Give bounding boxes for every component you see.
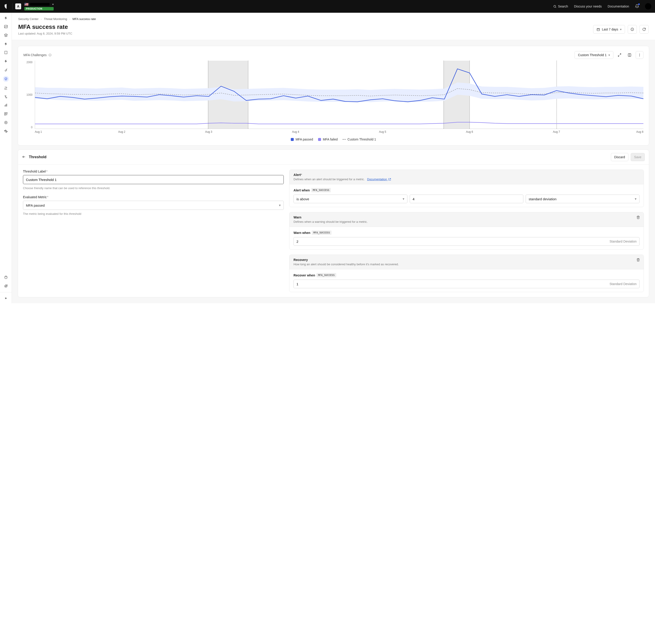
svg-rect-2 — [4, 25, 7, 28]
alert-doc-link[interactable]: Documentation — [367, 178, 391, 181]
svg-marker-3 — [4, 33, 7, 35]
svg-line-30 — [618, 55, 619, 56]
refresh-button[interactable] — [639, 25, 649, 33]
more-button[interactable] — [636, 51, 643, 59]
info-button[interactable] — [628, 25, 637, 33]
svg-rect-11 — [6, 113, 7, 114]
legend-failed[interactable]: MFA failed — [318, 138, 338, 141]
svg-point-33 — [639, 54, 640, 54]
y-tick: 0 — [23, 126, 32, 129]
sidebar-expand-button[interactable]: » — [3, 296, 8, 300]
svg-line-1 — [556, 7, 556, 8]
svg-rect-19 — [597, 28, 600, 31]
app-tile[interactable]: A — [15, 3, 21, 9]
alert-value-input[interactable] — [410, 194, 524, 203]
nav-lightning-icon[interactable] — [3, 16, 8, 20]
svg-point-34 — [639, 55, 640, 55]
chart-plot[interactable] — [35, 61, 643, 129]
x-tick: Aug 8 — [600, 130, 643, 134]
nav-route-icon[interactable] — [3, 86, 8, 90]
evaluated-metric-helper: The metric being evaluated for this thre… — [23, 212, 284, 215]
x-tick: Aug 7 — [513, 130, 600, 134]
alert-metric-tag: MFA_SUCCESS — [311, 188, 331, 192]
expand-button[interactable] — [616, 51, 624, 59]
nav-bar-icon[interactable] — [3, 103, 8, 108]
evaluated-metric-select[interactable]: MFA passed ▾ — [23, 201, 284, 210]
nav-help-icon[interactable] — [3, 275, 8, 280]
sidebar: » — [0, 13, 12, 303]
recovery-block-title: Recovery — [294, 258, 639, 262]
breadcrumb-threat-monitoring[interactable]: Threat Monitoring — [44, 17, 67, 21]
threshold-label-input[interactable] — [23, 175, 284, 184]
chevron-right-icon: › — [69, 18, 70, 20]
alert-when-label: Alert when — [294, 188, 310, 192]
save-button: Save — [631, 153, 645, 161]
discard-button[interactable]: Discard — [611, 153, 628, 161]
breadcrumb-current: MFA success rate — [72, 17, 96, 21]
breadcrumb-security-center[interactable]: Security Center — [18, 17, 39, 21]
alert-unit-select[interactable]: standard deviation ▾ — [526, 194, 639, 203]
search-button[interactable]: Search — [553, 4, 568, 8]
topbar: A 🇺🇸 ▾ PRODUCTION Search Discuss your ne… — [0, 0, 655, 13]
nav-gear-icon[interactable] — [3, 129, 8, 134]
nav-shield-icon[interactable] — [3, 76, 9, 82]
avatar[interactable] — [645, 3, 651, 9]
recover-metric-tag: MFA_SUCCESS — [316, 273, 336, 277]
notification-dot — [638, 3, 640, 5]
recovery-block: Recovery How long an alert should be con… — [289, 255, 644, 292]
info-icon[interactable] — [48, 53, 52, 56]
warn-metric-tag: MFA_SUCCESS — [312, 230, 332, 235]
chevron-down-icon: ▾ — [52, 3, 54, 6]
nav-flow-icon[interactable] — [3, 94, 8, 99]
env-badge: PRODUCTION — [24, 7, 54, 10]
threshold-label-field-label: Threshold Label* — [23, 169, 284, 173]
warn-block-title: Warn — [294, 215, 639, 219]
warn-suffix: Standard Deviation — [610, 239, 637, 243]
page-subtitle: Last updated: Aug 8, 2024, 9:59 PM UTC — [18, 32, 72, 35]
nav-settings-icon[interactable] — [3, 120, 8, 125]
recovery-block-desc: How long an alert should be considered h… — [294, 262, 639, 266]
chevron-down-icon: ▾ — [620, 27, 622, 31]
svg-line-29 — [620, 54, 621, 55]
nav-brush-icon[interactable] — [3, 67, 8, 72]
nav-stack-icon[interactable] — [3, 33, 8, 38]
recover-when-label: Recover when — [294, 274, 315, 277]
nav-extensions-icon[interactable] — [3, 111, 8, 116]
back-button[interactable] — [22, 155, 26, 159]
time-range-button[interactable]: Last 7 days ▾ — [593, 25, 625, 33]
x-tick: Aug 4 — [252, 130, 339, 134]
nav-feedback-icon[interactable] — [3, 283, 8, 289]
chevron-down-icon: ▾ — [635, 197, 637, 201]
flag-icon: 🇺🇸 — [24, 2, 29, 6]
alert-comparator-select[interactable]: is above ▾ — [294, 194, 407, 203]
documentation-link[interactable]: Documentation — [608, 4, 629, 8]
warn-block-desc: Defines when a warning should be trigger… — [294, 220, 639, 224]
legend-threshold[interactable]: Custom Threshold 1 — [343, 138, 376, 141]
threshold-select[interactable]: Custom Threshold 1 ▾ — [574, 51, 613, 59]
nav-lightning2-icon[interactable] — [3, 41, 8, 46]
svg-point-0 — [554, 5, 556, 7]
columns-button[interactable] — [626, 51, 633, 59]
delete-recovery-button[interactable] — [636, 258, 640, 262]
warn-value-input-wrap: Standard Deviation — [294, 237, 639, 246]
delete-warn-button[interactable] — [636, 215, 640, 220]
x-tick: Aug 5 — [339, 130, 426, 134]
tenant-switcher[interactable]: 🇺🇸 ▾ PRODUCTION — [24, 2, 54, 10]
svg-rect-8 — [5, 104, 6, 107]
brand-logo[interactable] — [4, 3, 9, 9]
recover-value-input[interactable] — [296, 282, 610, 286]
svg-point-16 — [5, 122, 6, 123]
svg-rect-12 — [4, 114, 6, 115]
chart-card: MFA Challenges Custom Threshold 1 ▾ — [18, 46, 649, 145]
notifications-button[interactable] — [635, 4, 639, 9]
legend-passed[interactable]: MFA passed — [291, 138, 313, 141]
chevron-down-icon: ▾ — [608, 53, 610, 57]
nav-lightning3-icon[interactable] — [3, 59, 8, 64]
threshold-panel: Threshold Discard Save Threshold Label* … — [18, 150, 649, 297]
warn-value-input[interactable] — [296, 239, 610, 244]
discuss-link[interactable]: Discuss your needs — [574, 4, 602, 8]
nav-building-icon[interactable] — [3, 50, 8, 55]
recover-value-input-wrap: Standard Deviation — [294, 280, 639, 288]
chevron-down-icon: ▾ — [279, 203, 281, 207]
nav-chart-icon[interactable] — [3, 24, 8, 29]
